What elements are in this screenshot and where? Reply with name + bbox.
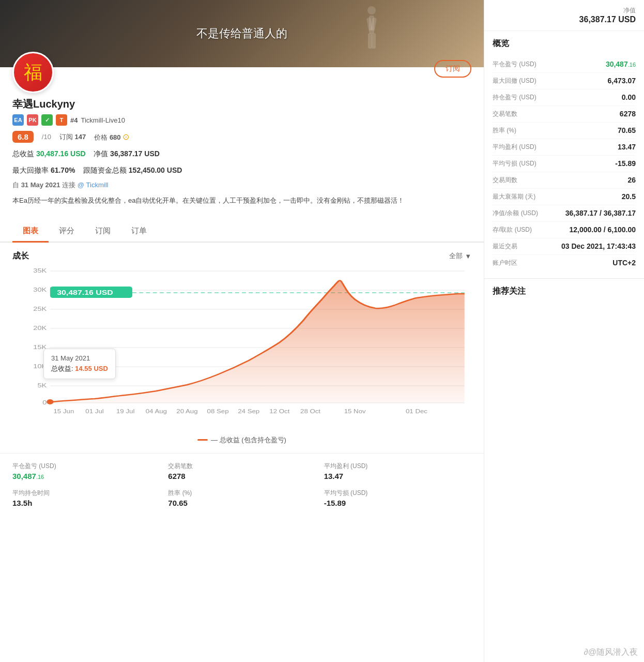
chart-legend: — 总收益 (包含持仓盈亏) xyxy=(12,435,471,445)
drawdown-row: 最大回撤率 61.70% 跟随资金总额 152,450.00 USD xyxy=(12,164,471,176)
ov-label-9: 净值/余额 (USD) xyxy=(493,209,538,218)
profile-section: 福 订阅 幸遇Luckyny EA PK ✓ T #4 Tickmill-Liv… xyxy=(0,52,484,215)
svg-point-25 xyxy=(47,399,53,404)
badge-shield: ✓ xyxy=(41,114,53,126)
ov-row-5: 平均盈利 (USD) 13.47 xyxy=(493,139,636,156)
legend-line xyxy=(197,439,208,441)
stat-value-0: 30,487.16 xyxy=(12,472,160,480)
ov-row-1: 最大回撤 (USD) 6,473.07 xyxy=(493,73,636,89)
recommend-title: 推荐关注 xyxy=(484,278,644,301)
ov-row-12: 账户时区 UTC+2 xyxy=(493,255,636,271)
stat-avg-profit: 平均盈利 (USD) 13.47 xyxy=(324,462,471,480)
nav-label: 净值 xyxy=(493,6,636,15)
ov-label-11: 最近交易 xyxy=(493,242,517,251)
banner-text: 不是传给普通人的 xyxy=(196,26,287,41)
stat-label-3: 平均持仓时间 xyxy=(12,489,160,498)
chart-header: 成长 全部 ▼ xyxy=(12,251,471,262)
svg-text:28 Oct: 28 Oct xyxy=(300,409,321,414)
ov-label-10: 存/取款 (USD) xyxy=(493,225,532,234)
ov-label-4: 胜率 (%) xyxy=(493,126,516,135)
ov-value-11: 03 Dec 2021, 17:43:43 xyxy=(561,242,636,250)
svg-rect-4 xyxy=(368,33,372,49)
ov-value-6: -15.89 xyxy=(615,159,636,168)
svg-text:30,487.16 USD: 30,487.16 USD xyxy=(57,289,113,296)
overview-title: 概览 xyxy=(493,38,636,49)
ov-row-3: 交易笔数 6278 xyxy=(493,106,636,123)
svg-text:08 Sep: 08 Sep xyxy=(207,409,229,414)
ov-row-2: 持仓盈亏 (USD) 0.00 xyxy=(493,89,636,106)
svg-text:35K: 35K xyxy=(33,267,47,274)
badge-t: T xyxy=(56,114,67,126)
svg-text:20K: 20K xyxy=(33,325,47,332)
ov-label-0: 平仓盈亏 (USD) xyxy=(493,60,536,69)
stat-value-4: 70.65 xyxy=(168,499,315,507)
stat-value-5: -15.89 xyxy=(324,499,471,507)
ov-row-11: 最近交易 03 Dec 2021, 17:43:43 xyxy=(493,238,636,255)
ov-value-12: UTC+2 xyxy=(612,259,636,267)
ov-row-4: 胜率 (%) 70.65 xyxy=(493,123,636,139)
subscribers-count: 订阅 147 xyxy=(59,132,86,142)
stats-row: 总收益 30,487.16 USD 净值 36,387.17 USD xyxy=(12,148,471,159)
ov-label-2: 持仓盈亏 (USD) xyxy=(493,93,536,102)
svg-text:01 Jul: 01 Jul xyxy=(85,409,103,414)
ov-value-0: 30,487.16 xyxy=(606,60,636,68)
stat-value-1: 6278 xyxy=(168,472,315,480)
svg-text:15 Jun: 15 Jun xyxy=(54,409,74,414)
chart-title: 成长 xyxy=(12,251,29,262)
ov-value-1: 6,473.07 xyxy=(608,77,636,85)
subscribe-button[interactable]: 订阅 xyxy=(434,60,471,78)
stat-label-1: 交易笔数 xyxy=(168,462,315,471)
max-drawdown: 61.70% xyxy=(51,166,75,174)
ov-row-7: 交易周数 26 xyxy=(493,172,636,189)
tab-chart[interactable]: 图表 xyxy=(12,221,49,243)
avatar: 福 xyxy=(12,52,54,93)
tab-rating[interactable]: 评分 xyxy=(49,221,85,243)
svg-text:25K: 25K xyxy=(33,306,47,312)
svg-text:5K: 5K xyxy=(37,382,47,389)
svg-text:10K: 10K xyxy=(33,363,47,370)
badge-ea: EA xyxy=(12,114,24,126)
copy-funds: 152,450.00 USD xyxy=(129,166,182,174)
ov-value-5: 13.47 xyxy=(618,143,636,151)
tab-orders[interactable]: 订单 xyxy=(121,221,157,243)
ov-value-3: 6278 xyxy=(620,110,636,118)
stat-label-0: 平仓盈亏 (USD) xyxy=(12,462,160,471)
chart-full-button[interactable]: 全部 ▼ xyxy=(449,251,471,261)
broker-link[interactable]: @ Tickmill xyxy=(78,181,109,189)
stat-label-2: 平均盈利 (USD) xyxy=(324,462,471,471)
profile-broker: Tickmill-Live10 xyxy=(81,116,125,124)
ov-label-7: 交易周数 xyxy=(493,176,517,185)
stat-trade-count: 交易笔数 6278 xyxy=(168,462,315,480)
bottom-stats: 平仓盈亏 (USD) 30,487.16 交易笔数 6278 平均盈利 (USD… xyxy=(0,453,484,520)
chevron-down-icon: ▼ xyxy=(465,252,471,260)
profile-description: 本Ea历经一年的实盘检验及优化整合，ea自动优化开单。在关键位置，人工干预盈利加… xyxy=(12,195,471,206)
ov-row-9: 净值/余额 (USD) 36,387.17 / 36,387.17 xyxy=(493,205,636,222)
ov-row-8: 最大衰落期 (天) 20.5 xyxy=(493,189,636,205)
right-panel: 净值 36,387.17 USD 概览 平仓盈亏 (USD) 30,487.16… xyxy=(484,0,644,662)
rating-row: 6.8 /10 订阅 147 价格 680 ⊙ xyxy=(12,131,471,143)
svg-text:04 Aug: 04 Aug xyxy=(146,409,167,414)
ov-row-0: 平仓盈亏 (USD) 30,487.16 xyxy=(493,56,636,73)
badge-pk: PK xyxy=(27,114,38,126)
legend-text: — 总收益 (包含持仓盈亏) xyxy=(211,435,286,445)
svg-text:12 Oct: 12 Oct xyxy=(269,409,290,414)
svg-text:15K: 15K xyxy=(33,344,47,351)
ov-value-8: 20.5 xyxy=(622,192,636,201)
tab-subscribe[interactable]: 订阅 xyxy=(85,221,121,243)
overview-section: 概览 平仓盈亏 (USD) 30,487.16 最大回撤 (USD) 6,473… xyxy=(484,31,644,278)
price-info: 价格 680 ⊙ xyxy=(94,132,129,142)
ov-label-5: 平均盈利 (USD) xyxy=(493,143,536,152)
ov-value-4: 70.65 xyxy=(618,126,636,134)
svg-text:15 Nov: 15 Nov xyxy=(344,409,366,414)
ov-value-9: 36,387.17 / 36,387.17 xyxy=(565,209,636,217)
growth-chart: 35K 30K 25K 20K 15K 10K 5K 0 30,487.16 U… xyxy=(12,266,471,421)
svg-text:19 Jul: 19 Jul xyxy=(116,409,134,414)
svg-text:24 Sep: 24 Sep xyxy=(238,409,260,414)
since-row: 自 31 May 2021 连接 @ Tickmill xyxy=(12,180,471,190)
svg-rect-5 xyxy=(372,33,376,49)
stat-label-5: 平均亏损 (USD) xyxy=(324,489,471,498)
stat-label-4: 胜率 (%) xyxy=(168,489,315,498)
stat-avg-loss: 平均亏损 (USD) -15.89 xyxy=(324,489,471,507)
stat-value-3: 13.5h xyxy=(12,499,160,507)
right-top: 净值 36,387.17 USD xyxy=(484,0,644,31)
